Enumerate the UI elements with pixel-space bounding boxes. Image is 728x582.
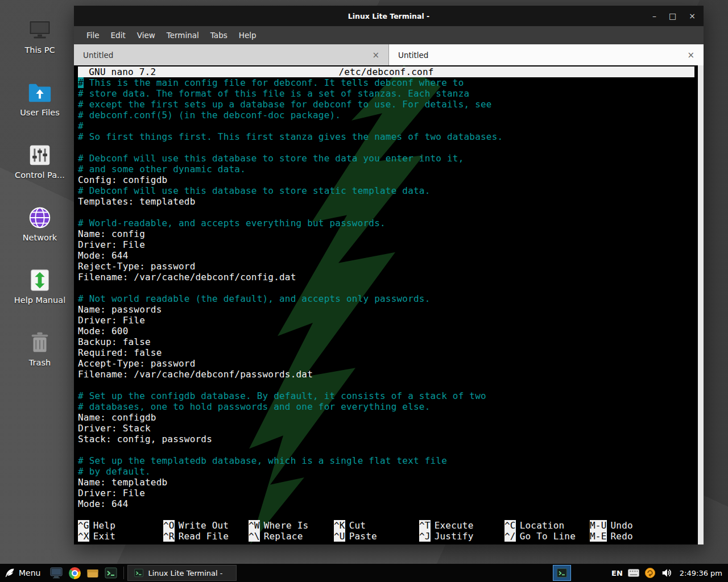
shortcut-label: Help [93, 520, 115, 531]
editor-line: Backup: false [78, 336, 694, 347]
clock: 2:49:36 pm [680, 569, 722, 577]
shortcut-label: Location [520, 520, 565, 531]
chrome-icon[interactable] [67, 566, 82, 580]
desktop-icon-this-pc[interactable]: This PC [9, 17, 71, 55]
editor-line: Driver: Stack [78, 423, 694, 434]
desktop-icon-user-files[interactable]: User Files [9, 80, 71, 117]
keyboard-layout-indicator[interactable]: EN [611, 569, 623, 577]
editor-line: # Set up the configdb database. By defau… [78, 390, 694, 401]
nano-shortcut-write-out[interactable]: ^OWrite Out [163, 520, 249, 531]
editor-line: Mode: 600 [78, 326, 694, 336]
terminal-view[interactable]: GNU nano 7.2 /etc/debconf.conf # This is… [74, 65, 704, 544]
editor-line: Name: configdb [78, 412, 694, 423]
desktop-icon-label: Control Pa... [15, 171, 65, 180]
nano-shortcut-go-to-line[interactable]: ^/Go To Line [504, 531, 590, 542]
shortcut-label: Write Out [179, 520, 229, 531]
desktop-icon-control-panel[interactable]: Control Pa... [9, 142, 71, 180]
shortcut-key: ^G [78, 520, 89, 531]
nano-shortcut-where-is[interactable]: ^WWhere Is [249, 520, 334, 531]
window-title: Linux Lite Terminal - [348, 12, 430, 20]
updates-icon[interactable] [644, 567, 656, 579]
minimize-button[interactable]: – [652, 11, 656, 20]
scrollbar-thumb[interactable] [698, 65, 704, 544]
nano-shortcut-replace[interactable]: ^\Replace [249, 531, 334, 542]
editor-line: Driver: File [78, 315, 694, 326]
shortcut-key: M-E [590, 531, 607, 542]
terminal-tab-2[interactable]: Untitled× [389, 44, 704, 65]
shortcut-key: ^W [249, 520, 260, 531]
shortcut-key: ^J [419, 531, 431, 542]
desktop-icon-help-manual[interactable]: Help Manual [9, 267, 71, 305]
network-icon [27, 205, 53, 231]
control-panel-icon [27, 142, 53, 168]
maximize-button[interactable]: □ [669, 11, 676, 20]
nano-shortcut-paste[interactable]: ^UPaste [334, 531, 419, 542]
shortcut-key: ^\ [249, 531, 260, 542]
file-manager-icon[interactable] [85, 566, 100, 580]
editor-line: # except the first sets up a database fo… [78, 99, 694, 110]
shortcut-label: Undo [611, 520, 633, 531]
menu-item-tabs[interactable]: Tabs [205, 28, 233, 42]
menu-item-view[interactable]: View [131, 28, 161, 42]
desktop-icon-trash[interactable]: Trash [9, 330, 71, 367]
desktop-icon-label: Trash [29, 358, 51, 367]
terminal-icon [134, 568, 144, 578]
displays-icon[interactable] [49, 566, 64, 580]
shortcut-label: Read File [179, 531, 229, 542]
nano-shortcut-location[interactable]: ^CLocation [504, 520, 590, 531]
editor-line: # Debconf will use this database to stor… [78, 153, 694, 164]
nano-shortcut-exit[interactable]: ^XExit [78, 531, 163, 542]
scrollbar[interactable] [698, 65, 704, 544]
tab-bar: Untitled×Untitled× [74, 44, 704, 65]
shortcut-key: M-U [590, 520, 607, 531]
terminal-tab-1[interactable]: Untitled× [74, 44, 389, 65]
editor-line: Filename: /var/cache/debconf/config.dat [78, 272, 694, 282]
launcher-bar [47, 566, 120, 580]
task-button-terminal[interactable]: Linux Lite Terminal - [127, 565, 237, 581]
shortcut-label: Replace [264, 531, 303, 542]
terminal-window: Linux Lite Terminal - – □ × FileEditView… [74, 6, 704, 544]
editor-line: # Debconf will use this database to stor… [78, 185, 694, 196]
task-button-label: Linux Lite Terminal - [148, 569, 222, 577]
shortcut-key: ^/ [504, 531, 516, 542]
terminal-icon[interactable] [104, 566, 118, 580]
nano-shortcut-execute[interactable]: ^TExecute [419, 520, 504, 531]
nano-shortcut-redo[interactable]: M-ERedo [590, 531, 675, 542]
editor-line: # and some other dynamic data. [78, 164, 694, 174]
shortcut-key: ^R [163, 531, 175, 542]
window-titlebar[interactable]: Linux Lite Terminal - – □ × [74, 6, 704, 26]
nano-shortcut-undo[interactable]: M-UUndo [590, 520, 675, 531]
editor-line: Filename: /var/cache/debconf/passwords.d… [78, 369, 694, 380]
editor-line: # debconf.conf(5) (in the debconf-doc pa… [78, 110, 694, 120]
nano-shortcut-bar: ^GHelp^OWrite Out^WWhere Is^KCut^TExecut… [78, 520, 694, 542]
volume-icon[interactable] [661, 567, 672, 579]
tab-close-icon[interactable]: × [372, 50, 379, 60]
titlebar-buttons: – □ × [652, 6, 696, 26]
editor-line: Templates: templatedb [78, 196, 694, 207]
menu-button[interactable]: Menu [0, 564, 47, 582]
nano-shortcut-read-file[interactable]: ^RRead File [163, 531, 249, 542]
menu-item-edit[interactable]: Edit [105, 28, 131, 42]
trash-icon [27, 330, 53, 356]
nano-shortcut-help[interactable]: ^GHelp [78, 520, 163, 531]
tray-terminal-icon[interactable] [553, 565, 571, 581]
tray-icons [628, 567, 672, 579]
menu-item-file[interactable]: File [81, 28, 105, 42]
editor-content[interactable]: # This is the main config file for debco… [78, 77, 694, 509]
editor-line [78, 142, 694, 153]
editor-line: # Not world readable (the default), and … [78, 293, 694, 304]
shortcut-key: ^O [163, 520, 175, 531]
editor-line: # So first things first. This first stan… [78, 131, 694, 142]
menu-item-help[interactable]: Help [233, 28, 262, 42]
editor-line: # by default. [78, 466, 694, 477]
nano-shortcut-justify[interactable]: ^JJustify [419, 531, 504, 542]
keyboard-icon[interactable] [628, 567, 639, 579]
shortcut-label: Execute [435, 520, 474, 531]
desktop-icon-network[interactable]: Network [9, 205, 71, 242]
menu-item-terminal[interactable]: Terminal [161, 28, 205, 42]
editor-line: Reject-Type: password [78, 261, 694, 272]
nano-shortcut-row-2: ^XExit^RRead File^\Replace^UPaste^JJusti… [78, 531, 694, 542]
tab-close-icon[interactable]: × [687, 50, 694, 60]
nano-shortcut-cut[interactable]: ^KCut [334, 520, 419, 531]
close-button[interactable]: × [689, 11, 696, 20]
